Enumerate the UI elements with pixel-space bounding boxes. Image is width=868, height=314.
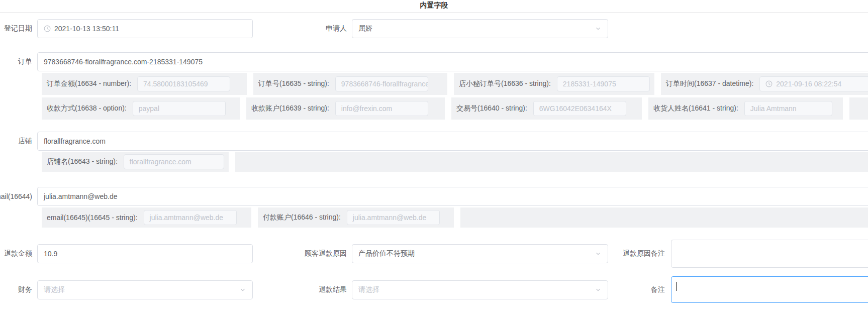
subfield-label: 订单时间(16637 - datetime): <box>666 79 753 88</box>
finance-select[interactable]: 请选择 <box>37 280 253 299</box>
page-title: 内置字段 <box>420 1 448 9</box>
shop-subfields-row: 店铺名(16643 - string): florallfragrance.co… <box>42 152 868 172</box>
register-date-value: 2021-10-13 13:50:11 <box>54 25 119 33</box>
refund-amount-label: 退款金额 <box>0 249 32 258</box>
order-amount-input: 74.58000183105469 <box>137 76 230 91</box>
customer-refund-reason-value: 产品价值不符预期 <box>358 249 415 258</box>
subrow-filler <box>460 207 868 228</box>
subfield-payment-method: 收款方式(16638 - option): paypal <box>42 97 240 120</box>
order-time-input: 2021-09-16 08:22:54 <box>759 76 868 91</box>
row-refund: 退款金额 10.9 顾客退款原因 产品价值不符预期 退款原因备注 <box>0 240 868 268</box>
row-finance-result-note: 财务 请选择 退款结果 请选择 备注 <box>0 276 868 303</box>
customer-refund-reason-select[interactable]: 产品价值不符预期 <box>352 244 608 263</box>
subfield-dxm-order-number: 店小秘订单号(16636 - string): 2185331-149075 <box>454 73 654 95</box>
email-input[interactable]: julia.amtmann@web.de <box>37 187 868 206</box>
email-subfields-row: email(16645)(16645 - string): julia.amtm… <box>42 207 868 228</box>
subfield-email-16645: email(16645)(16645 - string): julia.amtm… <box>42 207 251 228</box>
shop-value: florallfragrance.com <box>44 137 106 145</box>
dxm-order-number-input: 2185331-149075 <box>557 76 650 91</box>
clock-icon <box>765 80 773 87</box>
shop-name-input: florallfragrance.com <box>124 154 224 169</box>
refund-amount-input[interactable]: 10.9 <box>37 244 253 263</box>
row-order: 订单 9783668746-florallfragrance.com-21853… <box>0 52 868 71</box>
customer-refund-reason-label: 顾客退款原因 <box>253 249 347 258</box>
subfield-label: 付款账户(16646 - string): <box>263 213 341 222</box>
subfield-label: 订单金额(16634 - number): <box>47 79 131 88</box>
subfield-label: email(16645)(16645 - string): <box>47 214 138 222</box>
order-label: 订单 <box>0 57 32 66</box>
payment-method-input: paypal <box>133 101 226 116</box>
refund-reason-note-label: 退款原因备注 <box>608 249 665 258</box>
chevron-down-icon <box>595 25 602 32</box>
subfield-payment-account: 收款账户(16639 - string): info@frexin.com <box>246 97 445 120</box>
subfield-transaction-number: 交易号(16640 - string): 6WG16042E0634164X <box>451 97 642 120</box>
subfield-payer-account: 付款账户(16646 - string): julia.amtmann@web.… <box>258 207 454 228</box>
refund-reason-note-textarea[interactable] <box>671 240 868 268</box>
payment-account-input: info@frexin.com <box>335 101 428 116</box>
finance-label: 财务 <box>0 285 32 294</box>
refund-result-label: 退款结果 <box>253 285 347 294</box>
subfield-label: 店小秘订单号(16636 - string): <box>459 79 551 88</box>
row-email: email(16644) julia.amtmann@web.de <box>0 187 868 206</box>
applicant-label: 申请人 <box>253 24 347 33</box>
clock-icon <box>44 25 51 32</box>
chevron-down-icon <box>595 250 602 257</box>
note-label: 备注 <box>608 285 665 294</box>
subfield-label: 收货人姓名(16641 - string): <box>653 104 738 113</box>
payer-account-input: julia.amtmann@web.de <box>347 210 440 225</box>
subfield-order-time: 订单时间(16637 - datetime): 2021-09-16 08:22… <box>661 73 868 95</box>
subfield-label: 收款账户(16639 - string): <box>251 104 329 113</box>
subfield-order-amount: 订单金额(16634 - number): 74.58000183105469 <box>42 73 247 95</box>
refund-result-select[interactable]: 请选择 <box>352 280 608 299</box>
subfield-consignee-name: 收货人姓名(16641 - string): Julia Amtmann <box>648 97 843 120</box>
email-value: julia.amtmann@web.de <box>44 192 118 200</box>
refund-amount-value: 10.9 <box>44 250 57 258</box>
register-date-label: 登记日期 <box>0 24 32 33</box>
order-subfields-row1: 订单金额(16634 - number): 74.58000183105469 … <box>42 73 868 95</box>
subfield-label: 收款方式(16638 - option): <box>47 104 127 113</box>
email-16645-input: julia.amtmann@web.de <box>144 210 237 225</box>
header: 内置字段 <box>0 0 868 13</box>
chevron-down-icon <box>595 286 602 293</box>
order-number-input: 9783668746-florallfragrance <box>335 76 428 91</box>
refund-result-placeholder: 请选择 <box>358 285 379 294</box>
shop-label: 店铺 <box>0 137 32 146</box>
order-value: 9783668746-florallfragrance.com-2185331-… <box>44 58 203 66</box>
subfield-order-number: 订单号(16635 - string): 9783668746-florallf… <box>253 73 447 95</box>
applicant-value: 屈娇 <box>358 24 372 33</box>
chevron-down-icon <box>239 286 246 293</box>
row-shop: 店铺 florallfragrance.com <box>0 132 868 151</box>
subfield-shop-name: 店铺名(16643 - string): florallfragrance.co… <box>42 152 229 172</box>
text-cursor <box>677 282 677 291</box>
subfield-label: 订单号(16635 - string): <box>258 79 329 88</box>
subrow-filler <box>235 152 868 172</box>
email-label: email(16644) <box>0 192 32 200</box>
subfield-label: 交易号(16640 - string): <box>456 104 527 113</box>
shop-input[interactable]: florallfragrance.com <box>37 132 868 151</box>
applicant-select[interactable]: 屈娇 <box>352 19 608 38</box>
register-date-input[interactable]: 2021-10-13 13:50:11 <box>37 19 253 38</box>
order-input[interactable]: 9783668746-florallfragrance.com-2185331-… <box>37 52 868 71</box>
consignee-name-input: Julia Amtmann <box>744 101 832 116</box>
subfield-label: 店铺名(16643 - string): <box>47 157 118 166</box>
note-textarea[interactable] <box>671 276 868 303</box>
subrow-filler <box>849 97 868 120</box>
row-register-applicant: 登记日期 2021-10-13 13:50:11 申请人 屈娇 <box>0 19 868 38</box>
transaction-number-input: 6WG16042E0634164X <box>533 101 626 116</box>
finance-placeholder: 请选择 <box>44 285 65 294</box>
order-subfields-row2: 收款方式(16638 - option): paypal 收款账户(16639 … <box>42 97 868 120</box>
